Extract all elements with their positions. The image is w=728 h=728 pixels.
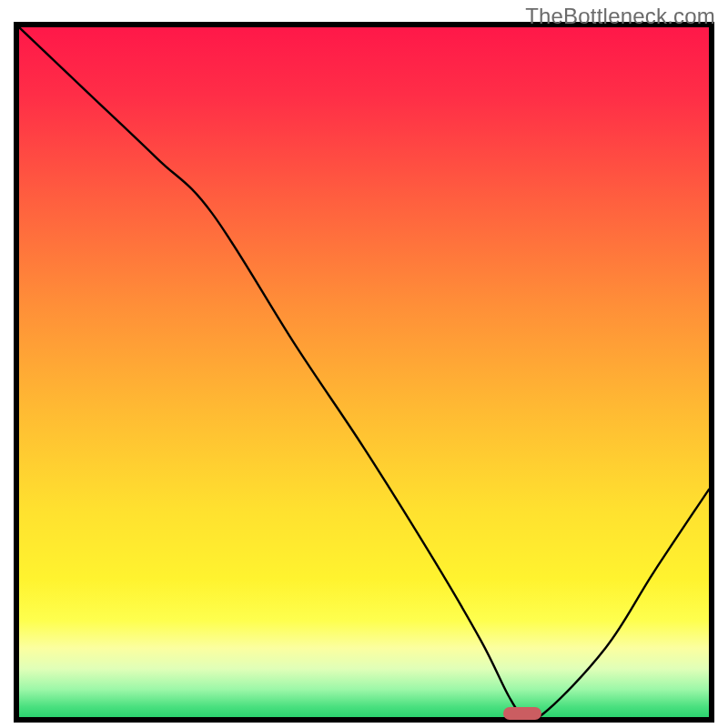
bottleneck-curve — [19, 27, 709, 717]
watermark-text: TheBottleneck.com — [525, 4, 715, 29]
chart-container: TheBottleneck.com — [0, 0, 728, 728]
optimal-marker — [503, 707, 541, 720]
plot-area — [19, 27, 709, 717]
chart-frame — [14, 22, 714, 723]
